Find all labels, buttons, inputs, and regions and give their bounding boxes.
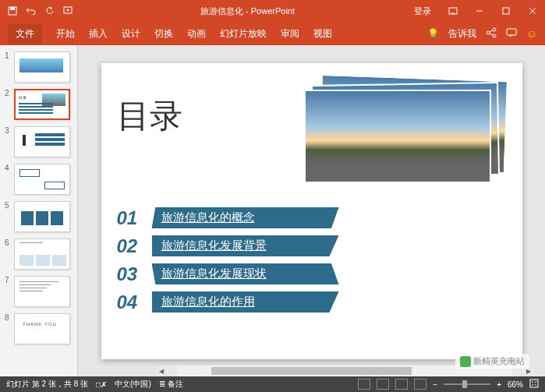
reading-view-button[interactable]: [395, 379, 408, 390]
minimize-button[interactable]: [467, 0, 492, 22]
tab-file[interactable]: 文件: [8, 24, 42, 44]
svg-point-9: [493, 28, 496, 31]
zoom-level[interactable]: 66%: [508, 380, 523, 389]
zoom-out-button[interactable]: −: [433, 380, 437, 389]
statusbar: 幻灯片 第 2 张，共 8 张 □✗ 中文(中国) ≣ 备注 − + 66%: [0, 376, 545, 392]
login-label[interactable]: 登录: [414, 5, 431, 17]
fit-to-window-button[interactable]: [529, 379, 539, 390]
redo-icon[interactable]: [44, 5, 56, 17]
tab-design[interactable]: 设计: [122, 27, 140, 41]
window-controls: [441, 0, 545, 22]
hero-image-stack[interactable]: [304, 77, 507, 186]
tab-home[interactable]: 开始: [56, 27, 75, 41]
ribbon-options-icon[interactable]: [441, 0, 465, 22]
tab-view[interactable]: 视图: [313, 27, 332, 41]
toc-item-3[interactable]: 03旅游信息化发展现状: [117, 263, 339, 285]
thumbnail-6[interactable]: 6: [0, 235, 77, 273]
workspace: 1 2目录 3 4 5 6 7 8THANK YOU 目录 01旅游信息化的概念…: [0, 45, 545, 376]
spellcheck-icon[interactable]: □✗: [96, 380, 107, 389]
scroll-thumb[interactable]: [211, 367, 412, 375]
tab-insert[interactable]: 插入: [89, 27, 108, 41]
thumbnail-4[interactable]: 4: [0, 161, 77, 198]
svg-line-12: [490, 34, 493, 35]
zoom-slider[interactable]: [444, 383, 490, 385]
toc-item-4[interactable]: 04旅游信息化的作用: [117, 291, 339, 313]
thumbnail-1[interactable]: 1: [0, 48, 77, 86]
thumbnail-7[interactable]: 7: [0, 273, 77, 310]
slide-canvas-area[interactable]: 目录 01旅游信息化的概念 02旅游信息化发展背景 03旅游信息化发展现状 04…: [78, 45, 545, 376]
tab-slideshow[interactable]: 幻灯片放映: [220, 27, 267, 41]
share-icon[interactable]: [486, 27, 497, 41]
tab-transitions[interactable]: 切换: [154, 27, 173, 41]
normal-view-button[interactable]: [358, 379, 370, 390]
tab-review[interactable]: 审阅: [281, 27, 299, 41]
sorter-view-button[interactable]: [377, 379, 389, 390]
svg-rect-14: [530, 380, 538, 387]
toc-item-1[interactable]: 01旅游信息化的概念: [117, 207, 339, 229]
thumbnail-5[interactable]: 5: [0, 198, 77, 235]
svg-line-11: [490, 30, 493, 32]
slide-title[interactable]: 目录: [117, 94, 182, 138]
save-icon[interactable]: [6, 5, 19, 17]
thumbnail-8[interactable]: 8THANK YOU: [0, 310, 77, 348]
svg-point-10: [493, 34, 496, 37]
feedback-icon[interactable]: ☺: [526, 27, 537, 40]
svg-rect-1: [10, 7, 15, 10]
tell-me-input[interactable]: 告诉我: [448, 27, 476, 41]
toc-item-2[interactable]: 02旅游信息化发展背景: [117, 235, 339, 257]
notes-button[interactable]: ≣ 备注: [159, 379, 183, 390]
document-title: 旅游信息化 - PowerPoint: [81, 5, 414, 17]
slideshow-start-icon[interactable]: [62, 5, 75, 17]
quick-access-toolbar: [0, 5, 81, 17]
watermark: 新精英充电站: [455, 354, 529, 369]
slide-counter[interactable]: 幻灯片 第 2 张，共 8 张: [6, 379, 88, 390]
lightbulb-icon: 💡: [427, 28, 439, 39]
thumbnail-3[interactable]: 3: [0, 123, 77, 161]
undo-icon[interactable]: [25, 5, 37, 17]
slide-thumbnails-panel[interactable]: 1 2目录 3 4 5 6 7 8THANK YOU: [0, 45, 78, 376]
comments-icon[interactable]: [506, 28, 517, 40]
maximize-button[interactable]: [494, 0, 518, 22]
thumbnail-2[interactable]: 2目录: [0, 86, 77, 123]
svg-point-8: [487, 31, 490, 34]
slide-content[interactable]: 目录 01旅游信息化的概念 02旅游信息化发展背景 03旅游信息化发展现状 04…: [101, 63, 522, 359]
scroll-left-button[interactable]: ◀: [156, 366, 167, 376]
svg-rect-5: [503, 8, 509, 14]
close-button[interactable]: [520, 0, 545, 22]
tab-animations[interactable]: 动画: [187, 27, 206, 41]
slideshow-view-button[interactable]: [414, 379, 426, 390]
zoom-in-button[interactable]: +: [497, 380, 501, 389]
ribbon-tabs: 文件 开始 插入 设计 切换 动画 幻灯片放映 审阅 视图 💡 告诉我 ☺: [0, 22, 545, 45]
table-of-contents: 01旅游信息化的概念 02旅游信息化发展背景 03旅游信息化发展现状 04旅游信…: [117, 207, 339, 320]
titlebar: 旅游信息化 - PowerPoint 登录: [0, 0, 545, 22]
svg-rect-13: [507, 29, 516, 35]
language-indicator[interactable]: 中文(中国): [115, 379, 151, 390]
